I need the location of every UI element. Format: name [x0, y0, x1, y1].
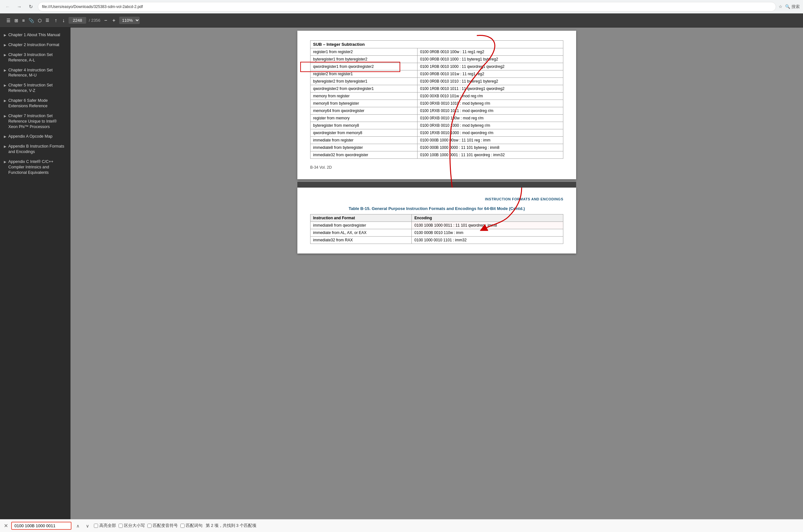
match-diacritics-label: 匹配变音符号 — [153, 523, 178, 529]
sidebar-item-chapter2[interactable]: ▶ Chapter 2 Instruction Format — [0, 40, 71, 50]
zoom-in-button[interactable]: + — [111, 17, 117, 24]
search-next-button[interactable]: ∨ — [84, 523, 91, 529]
page-up-button[interactable]: ↑ — [53, 17, 58, 24]
match-diacritics-checkbox[interactable] — [147, 524, 151, 528]
pdf-area[interactable]: SUB – Integer Subtraction register1 from… — [71, 27, 803, 519]
grid-view-button[interactable]: ⊞ — [13, 17, 20, 24]
sidebar-item-chapter3[interactable]: ▶ Chapter 3 Instruction Set Reference, A… — [0, 50, 71, 65]
arrow-icon-4: ▶ — [4, 68, 6, 73]
page-down-button[interactable]: ↓ — [61, 17, 66, 24]
table-row: byteregister from memory8 0100 0RXB 0010… — [310, 122, 563, 129]
sidebar-item-chapter7[interactable]: ▶ Chapter 7 Instruction Set Reference Un… — [0, 111, 71, 132]
sidebar-item-chapter1[interactable]: ▶ Chapter 1 About This Manual — [0, 30, 71, 40]
content-button[interactable]: ☰ — [44, 17, 51, 24]
back-button[interactable]: ← — [3, 2, 12, 11]
encoding-cell: 0100 1R0B 0010 1000 : 11 qwordreg1 qword… — [418, 63, 563, 71]
instruction-cell: immediate from register — [310, 137, 418, 144]
search-bar: ✕ ∧ ∨ 高亮全部 区分大小写 匹配变音符号 匹配词句 第 2 项，共找到 3… — [0, 519, 803, 532]
page-number-input[interactable] — [69, 17, 86, 24]
sidebar-label-1: Chapter 1 About This Manual — [8, 32, 60, 38]
sidebar-label-10: Appendix C Intel® C/C++ Compiler Intrins… — [8, 159, 67, 175]
encoding-cell: 0100 1000 0010 1101 : imm32 — [412, 236, 563, 244]
sidebar-item-appendixb[interactable]: ▶ Appendix B Instruction Formats and Enc… — [0, 141, 71, 157]
instruction-cell: memory64 from qwordregister — [310, 107, 418, 115]
search-label: 搜索 — [791, 4, 800, 10]
instruction-cell: immediate32 from qwordregister — [310, 151, 418, 159]
sidebar-label-5: Chapter 5 Instruction Set Reference, V-Z — [8, 82, 67, 93]
instruction-cell: immediate from AL, AX, or EAX — [310, 229, 412, 236]
encoding-cell: 0100 1RXB 0010 1000 : mod qwordreg r/m — [418, 129, 563, 137]
zoom-out-button[interactable]: − — [103, 17, 108, 24]
arrow-icon-5: ▶ — [4, 83, 6, 88]
search-result-info: 第 2 项，共找到 3 个匹配项 — [206, 523, 256, 529]
table-row: register2 from register1 0100 0R0B 0010 … — [310, 71, 563, 78]
table-row: byteregister1 from byteregister2 0100 0R… — [310, 56, 563, 63]
match-case-option[interactable]: 区分大小写 — [118, 523, 145, 529]
sidebar-item-chapter4[interactable]: ▶ Chapter 4 Instruction Set Reference, M… — [0, 65, 71, 81]
list-view-button[interactable]: ≡ — [21, 17, 26, 24]
table-row: register from memory 0100 0RXB 0010 100w… — [310, 115, 563, 122]
sidebar-item-appendixc[interactable]: ▶ Appendix C Intel® C/C++ Compiler Intri… — [0, 157, 71, 178]
sidebar-toggle-button[interactable]: ☰ — [5, 17, 12, 24]
match-case-checkbox[interactable] — [118, 524, 123, 528]
encoding-cell: 0100 000B 1000 00sw : 11 101 reg : imm — [418, 137, 563, 144]
pdf-page-2: INSTRUCTION FORMATS AND ENCODINGS Table … — [297, 188, 576, 253]
arrow-icon-6: ▶ — [4, 99, 6, 103]
toolbar-icons: ☰ ⊞ ≡ 📎 ⬡ ☰ — [5, 17, 51, 24]
encoding-highlight-text: 0100 100B 1000 0011 — [414, 223, 452, 228]
forward-button[interactable]: → — [15, 2, 24, 11]
table-row: immediate from AL, AX, or EAX 0100 000B … — [310, 229, 563, 236]
search-area: 🔍 搜索 — [785, 4, 800, 10]
arrow-icon-10: ▶ — [4, 160, 6, 164]
instruction-cell: register2 from register1 — [310, 71, 418, 78]
sidebar-label-8: Appendix A Opcode Map — [8, 134, 53, 139]
table-row: immediate32 from RAX 0100 1000 0010 1101… — [310, 236, 563, 244]
sidebar: ▶ Chapter 1 About This Manual ▶ Chapter … — [0, 27, 71, 519]
table-row: qwordregister2 from qwordregister1 0100 … — [310, 85, 563, 93]
address-bar[interactable] — [38, 2, 776, 12]
match-diacritics-option[interactable]: 匹配变音符号 — [147, 523, 178, 529]
sidebar-label-7: Chapter 7 Instruction Set Reference Uniq… — [8, 113, 67, 130]
table-row: memory8 from byteregister 0100 0RXB 0010… — [310, 100, 563, 107]
table-row: register1 from register2 0100 0R0B 0010 … — [310, 48, 563, 56]
instruction-cell: memory8 from byteregister — [310, 100, 418, 107]
highlight-all-checkbox[interactable] — [94, 524, 98, 528]
highlight-all-option[interactable]: 高亮全部 — [94, 523, 116, 529]
attachment-button[interactable]: 📎 — [27, 17, 35, 24]
table-title: Table B-15. General Purpose Instruction … — [310, 206, 563, 211]
whole-word-option[interactable]: 匹配词句 — [180, 523, 202, 529]
sidebar-item-appendixa[interactable]: ▶ Appendix A Opcode Map — [0, 132, 71, 141]
pdf-page-1: SUB – Integer Subtraction register1 from… — [297, 31, 576, 179]
encoding-cell: 0100 000B 0010 110w : imm — [412, 229, 563, 236]
sidebar-item-chapter5[interactable]: ▶ Chapter 5 Instruction Set Reference, V… — [0, 80, 71, 96]
whole-word-checkbox[interactable] — [180, 524, 185, 528]
instruction-cell: immediate32 from RAX — [310, 236, 412, 244]
page2-header: INSTRUCTION FORMATS AND ENCODINGS — [310, 197, 563, 201]
arrow-icon-3: ▶ — [4, 53, 6, 57]
layers-button[interactable]: ⬡ — [37, 17, 43, 24]
arrow-icon-8: ▶ — [4, 134, 6, 139]
page1-footer: B-34 Vol. 2D — [310, 165, 563, 170]
bookmark-icon[interactable]: ☆ — [779, 4, 783, 9]
sidebar-label-4: Chapter 4 Instruction Set Reference, M-U — [8, 68, 67, 78]
zoom-select[interactable]: 110% 100% 75% 125% 150% — [119, 17, 140, 24]
encoding-cell: 0100 1R0B 0010 1011 : 11 qwordreg1 qword… — [418, 85, 563, 93]
arrow-icon-9: ▶ — [4, 144, 6, 149]
pdf-toolbar: ☰ ⊞ ≡ 📎 ⬡ ☰ ↑ ↓ / 2356 − + 110% 100% 75%… — [0, 14, 803, 27]
search-close-button[interactable]: ✕ — [4, 523, 8, 529]
sidebar-label-3: Chapter 3 Instruction Set Reference, A-L — [8, 52, 67, 63]
total-pages: / 2356 — [89, 18, 100, 23]
browser-bar: ← → ↻ ☆ 🔍 搜索 — [0, 0, 803, 14]
sidebar-label-2: Chapter 2 Instruction Format — [8, 42, 59, 48]
search-prev-button[interactable]: ∧ — [75, 523, 81, 529]
encoding-cell: 0100 0R0B 0010 100w : 11 reg1 reg2 — [418, 48, 563, 56]
table-row: byteregister2 from byteregister1 0100 0R… — [310, 78, 563, 85]
sidebar-item-chapter6[interactable]: ▶ Chapter 6 Safer Mode Extensions Refere… — [0, 96, 71, 111]
encoding-cell: 0100 000B 1000 0000 : 11 101 bytereg : i… — [418, 144, 563, 151]
instruction-cell: qwordregister1 from qwordregister2 — [310, 63, 418, 71]
search-input[interactable] — [11, 522, 71, 530]
refresh-button[interactable]: ↻ — [26, 2, 35, 11]
encoding-cell-highlight: 0100 100B 1000 0011 : 11 101 qwordreg : … — [412, 222, 563, 229]
table-row: immediate8 from byteregister 0100 000B 1… — [310, 144, 563, 151]
encoding-cell: 0100 1RXB 0010 1011 : mod qwordreg r/m — [418, 107, 563, 115]
